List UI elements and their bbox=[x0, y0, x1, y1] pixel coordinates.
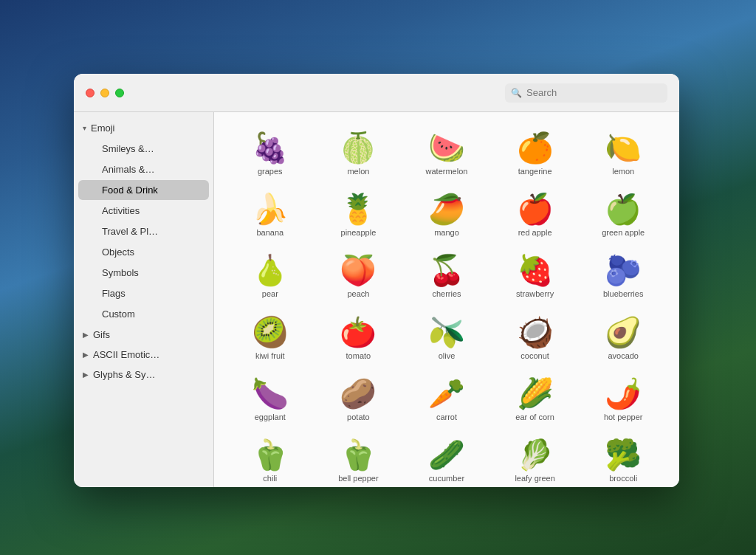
sidebar-item-travel[interactable]: Travel & Pl… bbox=[78, 221, 209, 241]
emoji-icon: 🥒 bbox=[428, 440, 465, 469]
chevron-icon: ▶ bbox=[83, 370, 89, 379]
new-tab-button[interactable] bbox=[133, 86, 148, 100]
emoji-label: melon bbox=[347, 167, 369, 176]
emoji-icon: 🍍 bbox=[340, 194, 377, 224]
sidebar-item-activities[interactable]: Activities bbox=[78, 201, 209, 221]
emoji-cell[interactable]: 🥑avocado bbox=[579, 308, 667, 370]
sidebar-item-objects[interactable]: Objects bbox=[78, 242, 209, 262]
emoji-icon: 🍅 bbox=[340, 317, 377, 347]
emoji-icon: 🍇 bbox=[252, 133, 289, 162]
emoji-icon: 🫐 bbox=[605, 255, 642, 285]
emoji-label: hot pepper bbox=[604, 413, 643, 422]
sidebar-section-glyphs[interactable]: ▶Glyphs & Sy… bbox=[74, 365, 213, 385]
emoji-cell[interactable]: 🥭mango bbox=[402, 185, 491, 247]
emoji-label: watermelon bbox=[426, 167, 468, 176]
emoji-label: avocado bbox=[608, 351, 639, 361]
emoji-icon: 🥭 bbox=[428, 194, 465, 224]
emoji-cell[interactable]: 🌽ear of corn bbox=[491, 370, 580, 431]
emoji-label: broccoli bbox=[609, 474, 637, 483]
sidebar: ▾EmojiSmileys &…Animals &…Food & DrinkAc… bbox=[74, 112, 214, 487]
emoji-icon: 🥑 bbox=[605, 317, 642, 347]
sidebar-item-custom[interactable]: Custom bbox=[78, 304, 209, 324]
emoji-cell[interactable]: 🍍pineapple bbox=[315, 185, 403, 247]
sidebar-item-animals[interactable]: Animals &… bbox=[78, 159, 209, 179]
emoji-cell[interactable]: 🫐blueberries bbox=[579, 247, 667, 308]
emoji-icon: 🍒 bbox=[428, 255, 465, 285]
emoji-icon: 🍐 bbox=[252, 255, 289, 285]
emoji-cell[interactable]: 🥔potato bbox=[315, 370, 403, 431]
emoji-icon: 🥔 bbox=[340, 379, 377, 408]
traffic-lights bbox=[86, 89, 124, 97]
chevron-icon: ▶ bbox=[83, 331, 89, 339]
search-icon: 🔍 bbox=[511, 88, 522, 98]
emoji-icon: 🌽 bbox=[517, 379, 554, 408]
emoji-cell[interactable]: 🥒cucumber bbox=[402, 431, 491, 487]
emoji-label: strawberry bbox=[516, 289, 554, 299]
emoji-cell[interactable]: 🫑chili bbox=[226, 431, 315, 487]
emoji-label: carrot bbox=[436, 413, 457, 422]
emoji-grid: 🍇grapes🍈melon🍉watermelon🍊tangerine🍋lemon… bbox=[226, 124, 667, 487]
emoji-label: pineapple bbox=[341, 228, 377, 238]
close-button[interactable] bbox=[86, 89, 94, 97]
maximize-button[interactable] bbox=[115, 89, 124, 97]
emoji-cell[interactable]: 🥦broccoli bbox=[579, 431, 667, 487]
emoji-cell[interactable]: 🥕carrot bbox=[402, 370, 491, 431]
emoji-label: olive bbox=[439, 351, 456, 361]
sidebar-section-ascii[interactable]: ▶ASCII Emotic… bbox=[74, 345, 213, 365]
emoji-label: lemon bbox=[612, 167, 634, 176]
app-window: 🔍 ▾EmojiSmileys &…Animals &…Food & Drink… bbox=[74, 74, 679, 487]
titlebar: 🔍 bbox=[74, 74, 679, 112]
emoji-label: banana bbox=[256, 228, 284, 238]
emoji-cell[interactable]: 🥥coconut bbox=[491, 308, 580, 370]
emoji-icon: 🍋 bbox=[605, 133, 642, 162]
emoji-label: cucumber bbox=[429, 474, 464, 483]
sidebar-item-smileys[interactable]: Smileys &… bbox=[78, 139, 209, 159]
sidebar-item-food-drink[interactable]: Food & Drink bbox=[78, 180, 209, 200]
emoji-cell[interactable]: 🫑bell pepper bbox=[315, 431, 403, 487]
emoji-cell[interactable]: 🌶️hot pepper bbox=[579, 370, 667, 431]
content-area: ▾EmojiSmileys &…Animals &…Food & DrinkAc… bbox=[74, 112, 679, 487]
emoji-cell[interactable]: 🍑peach bbox=[315, 247, 403, 308]
emoji-cell[interactable]: 🍅tomato bbox=[315, 308, 403, 370]
emoji-cell[interactable]: 🍌banana bbox=[226, 185, 315, 247]
sidebar-section-gifs[interactable]: ▶Gifs bbox=[74, 325, 213, 345]
emoji-cell[interactable]: 🫒olive bbox=[402, 308, 491, 370]
emoji-cell[interactable]: 🥝kiwi fruit bbox=[226, 308, 315, 370]
emoji-cell[interactable]: 🍎red apple bbox=[491, 185, 580, 247]
emoji-cell[interactable]: 🍋lemon bbox=[579, 124, 667, 185]
main-content: 🍇grapes🍈melon🍉watermelon🍊tangerine🍋lemon… bbox=[214, 112, 679, 487]
emoji-cell[interactable]: 🍈melon bbox=[315, 124, 403, 185]
sidebar-item-symbols[interactable]: Symbols bbox=[78, 263, 209, 283]
emoji-icon: 🥬 bbox=[517, 440, 554, 469]
emoji-cell[interactable]: 🍒cherries bbox=[402, 247, 491, 308]
emoji-label: pear bbox=[262, 289, 278, 299]
emoji-icon: 🍉 bbox=[428, 133, 465, 162]
emoji-cell[interactable]: 🥬leafy green bbox=[491, 431, 580, 487]
minimize-button[interactable] bbox=[100, 89, 109, 97]
emoji-icon: 🍌 bbox=[252, 194, 289, 224]
emoji-label: eggplant bbox=[255, 413, 286, 422]
emoji-cell[interactable]: 🍉watermelon bbox=[402, 124, 491, 185]
emoji-cell[interactable]: 🍇grapes bbox=[226, 124, 315, 185]
emoji-label: kiwi fruit bbox=[255, 351, 285, 361]
section-label: Emoji bbox=[91, 123, 115, 134]
sidebar-item-flags[interactable]: Flags bbox=[78, 283, 209, 303]
emoji-icon: 🍈 bbox=[340, 133, 377, 162]
emoji-cell[interactable]: 🍓strawberry bbox=[491, 247, 580, 308]
emoji-cell[interactable]: 🍊tangerine bbox=[491, 124, 580, 185]
emoji-label: peach bbox=[347, 289, 369, 299]
sidebar-section-emoji[interactable]: ▾Emoji bbox=[74, 118, 213, 138]
emoji-icon: 🫒 bbox=[428, 317, 465, 347]
search-input[interactable] bbox=[526, 87, 662, 98]
emoji-cell[interactable]: 🍐pear bbox=[226, 247, 315, 308]
emoji-cell[interactable]: 🍏green apple bbox=[579, 185, 667, 247]
emoji-label: blueberries bbox=[603, 289, 643, 299]
emoji-icon: 🍑 bbox=[340, 255, 377, 285]
emoji-icon: 🥦 bbox=[605, 440, 642, 469]
emoji-cell[interactable]: 🍆eggplant bbox=[226, 370, 315, 431]
emoji-label: mango bbox=[434, 228, 459, 238]
section-label: ASCII Emotic… bbox=[93, 349, 159, 360]
emoji-label: cherries bbox=[432, 289, 461, 299]
emoji-icon: 🍏 bbox=[605, 194, 642, 224]
section-label: Glyphs & Sy… bbox=[93, 369, 156, 380]
